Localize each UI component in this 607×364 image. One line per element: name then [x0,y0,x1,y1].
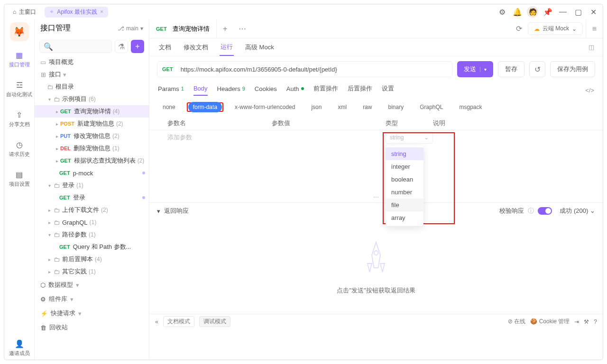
cookie-mgmt[interactable]: 🍪 Cookie 管理 [530,318,570,326]
nav-settings[interactable]: ▤项目设置 [6,166,33,191]
tree-pet-post[interactable]: ▸POST新建宠物信息(2) [35,118,149,130]
tree-graphql-folder[interactable]: ▸🗀GraphQL(1) [35,216,149,228]
mode-debug[interactable]: 调试模式 [199,316,230,327]
reqtab-pre[interactable]: 前置操作 [313,84,338,96]
bodytype-formdata[interactable]: form-data [188,102,222,112]
type-opt-boolean[interactable]: boolean [386,173,423,186]
more-tabs-button[interactable]: ⋯ [234,19,251,38]
response-title: 返回响应 [164,207,189,215]
export-icon[interactable]: ⇥ [574,318,579,325]
home-tab[interactable]: ⌂ 主窗口 [8,7,41,18]
code-icon[interactable]: </> [585,87,594,94]
bodytype-msgpack[interactable]: msgpack [455,102,487,112]
sec-datamodel[interactable]: ⬡数据模型▾ [35,278,149,292]
subtab-edit[interactable]: 修改文档 [183,39,209,55]
tree-path-folder[interactable]: ▾🗀路径参数(1) [35,228,149,241]
tree-interfaces[interactable]: ⊞接口▾ [35,68,149,81]
param-name-input[interactable]: 添加参数 [158,133,272,142]
subtab-doc[interactable]: 文档 [158,39,172,55]
search-input[interactable]: 🔍 [39,40,112,53]
validate-toggle[interactable] [538,207,552,215]
bodytype-graphql[interactable]: GraphQL [415,102,448,112]
avatar[interactable]: 🧑 [527,6,538,18]
pin-icon[interactable]: 📌 [542,6,553,18]
bell-icon[interactable]: 🔔 [512,6,523,18]
help-icon[interactable]: ⓘ [528,207,534,215]
save-tmp-button[interactable]: 暂存 [498,61,524,77]
tree-root[interactable]: 🗀根目录 [35,81,149,93]
reqtab-post[interactable]: 后置操作 [348,84,372,96]
collapse-icon[interactable]: « [155,318,158,325]
sec-trash[interactable]: 🗑回收站 [35,320,149,335]
bodytype-none[interactable]: none [158,102,180,112]
test-icon: ☲ [14,80,25,90]
settings-icon[interactable]: ⚙ [497,6,508,18]
resize-handle[interactable]: ⋯ [149,192,603,202]
tree-login-folder[interactable]: ▾🗀登录(1) [35,179,149,191]
nav-test[interactable]: ☲自动化测试 [6,77,33,101]
sec-components[interactable]: ⚙组件库▾ [35,292,149,306]
tree-login-item[interactable]: GET登录 [35,191,149,204]
reset-button[interactable]: ↺ [529,61,545,77]
bodytype-raw[interactable]: raw [358,102,377,112]
reqtab-settings[interactable]: 设置 [382,84,394,96]
type-opt-array[interactable]: array [386,211,423,224]
tool-icon[interactable]: ⚒ [584,318,589,325]
nav-invite[interactable]: 👤邀请成员 [6,336,33,360]
reqtab-cookies[interactable]: Cookies [255,85,277,95]
type-opt-string[interactable]: string [386,147,423,160]
type-opt-file[interactable]: file [386,199,423,211]
subtab-mock[interactable]: 高级 Mock [244,39,275,55]
tree-path-item[interactable]: GETQuery 和 Path 参数... [35,241,149,253]
reqtab-headers[interactable]: Headers9 [217,85,245,95]
help-icon[interactable]: ? [594,318,597,325]
add-button[interactable]: + [131,40,144,53]
status-select[interactable]: 成功 (200) ⌄ [560,207,595,215]
file-tab[interactable]: ✦ Apifox 最佳实践 × [45,7,108,18]
nav-history[interactable]: ◷请求历史 [6,136,33,161]
bodytype-binary[interactable]: binary [383,102,408,112]
new-tab-button[interactable]: + [217,19,234,38]
menu-button[interactable]: ≡ [586,19,603,38]
type-opt-integer[interactable]: integer [386,160,423,173]
tree-pet-status[interactable]: ▸GET根据状态查找宠物列表(2) [35,155,149,167]
bodytype-urlencoded[interactable]: x-www-form-urlencoded [230,102,300,112]
bodytype-xml[interactable]: xml [333,102,351,112]
send-button[interactable]: 发送▾ [457,61,493,77]
env-selector[interactable]: ☁云端 Mock⌄ [528,22,583,35]
close-window-icon[interactable]: ✕ [588,6,599,18]
request-tab[interactable]: GET 查询宠物详情 [149,19,217,38]
chevron-down-icon[interactable]: ▾ [480,67,487,72]
filter-button[interactable]: ⚗ [115,40,128,53]
reqtab-auth[interactable]: Auth [286,85,304,95]
tree-overview[interactable]: ▭项目概览 [35,56,149,68]
subtab-run[interactable]: 运行 [220,39,234,56]
reqtab-body[interactable]: Body [193,85,208,96]
tree-pet-get[interactable]: ▸GET查询宠物详情(4) [35,105,149,118]
chevron-down-icon[interactable]: ▾ [157,208,160,215]
svg-point-0 [374,251,378,255]
type-opt-number[interactable]: number [386,186,423,199]
maximize-icon[interactable]: ▢ [572,6,584,18]
sec-quick[interactable]: ⚡快捷请求▾ [35,306,149,320]
tree-example-proj[interactable]: ▾🗀示例项目(6) [35,93,149,105]
tree-script-folder[interactable]: ▸🗀前后置脚本(4) [35,253,149,265]
close-icon[interactable]: × [100,9,103,15]
tree-pet-put[interactable]: ▸PUT修改宠物信息(2) [35,130,149,142]
reqtab-params[interactable]: Params1 [158,85,184,95]
nav-api[interactable]: ▦接口管理 [6,47,33,71]
bodytype-json[interactable]: json [306,102,326,112]
type-select[interactable]: string⌄ [386,131,433,144]
tree-pet-mock[interactable]: GETp-mock [35,167,149,179]
minimize-icon[interactable]: — [557,6,569,18]
tree-pet-del[interactable]: ▸DEL删除宠物信息(1) [35,142,149,155]
tree-other-folder[interactable]: ▸🗀其它实践(1) [35,265,149,278]
branch-selector[interactable]: ⎇main▾ [118,25,143,32]
mode-doc[interactable]: 文档模式 [163,316,194,327]
split-view-icon[interactable]: ◫ [589,44,594,51]
url-input[interactable]: GET https://mock.apifox.com/m1/3656905-0… [157,61,452,77]
save-case-button[interactable]: 保存为用例 [550,61,595,77]
nav-share[interactable]: ⇪分享文档 [6,107,33,131]
refresh-button[interactable]: ⟳ [511,19,528,38]
tree-upload-folder[interactable]: ▸🗀上传下载文件(2) [35,204,149,216]
